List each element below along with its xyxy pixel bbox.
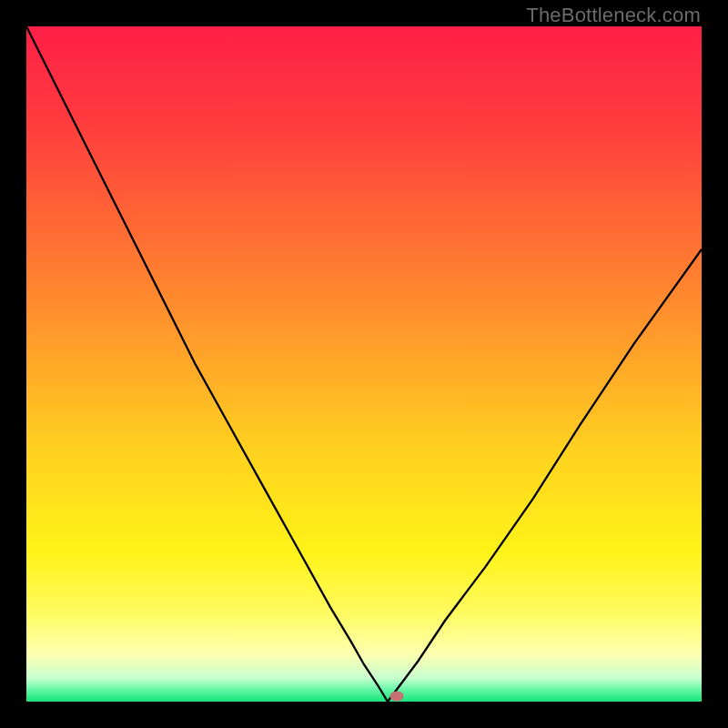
- bottleneck-curve: [26, 26, 702, 702]
- optimum-marker-dot: [389, 692, 403, 702]
- watermark-text: TheBottleneck.com: [526, 4, 701, 27]
- plot-area: [26, 26, 702, 702]
- chart-frame: TheBottleneck.com: [0, 0, 728, 728]
